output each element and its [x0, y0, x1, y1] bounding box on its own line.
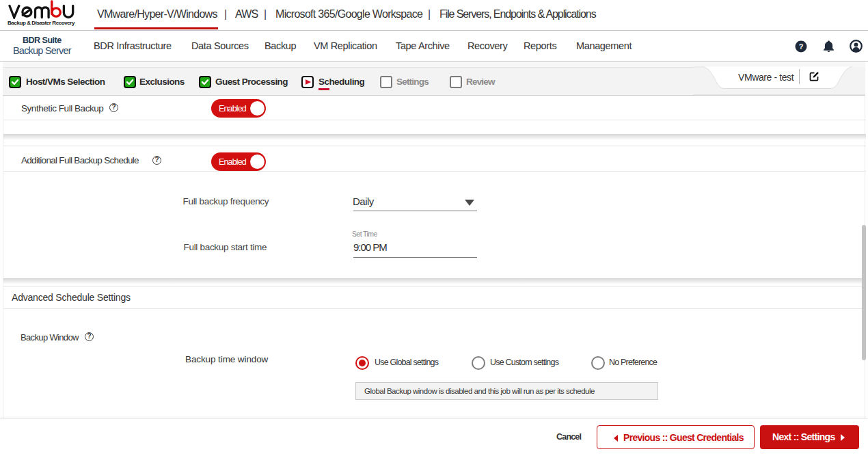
svg-text:?: ? [799, 42, 804, 51]
